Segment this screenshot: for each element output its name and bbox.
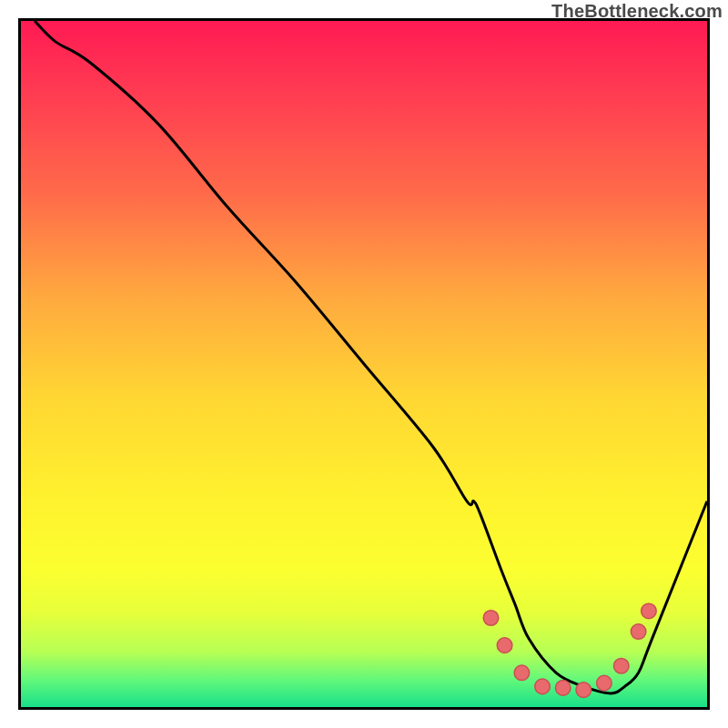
curve-point: [483, 611, 499, 626]
curve-point: [613, 658, 629, 673]
curve-point: [631, 624, 646, 640]
curve-point: [597, 675, 612, 691]
curve-svg: [21, 21, 707, 707]
plot-area: [18, 18, 710, 710]
curve-point: [535, 679, 551, 694]
bottleneck-curve: [35, 21, 707, 693]
chart-frame: TheBottleneck.com: [0, 0, 728, 728]
curve-point: [576, 682, 592, 698]
curve-point: [555, 681, 571, 696]
curve-point: [642, 603, 657, 619]
curve-point: [514, 665, 530, 681]
curve-point: [497, 638, 512, 653]
